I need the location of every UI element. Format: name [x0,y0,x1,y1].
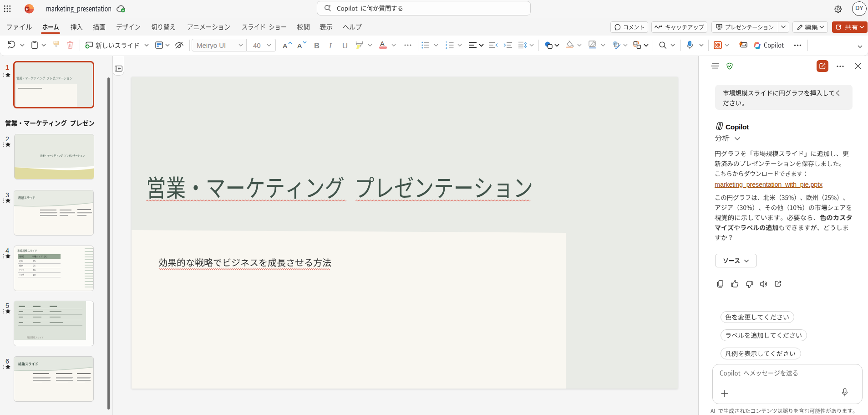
svg-text:3: 3 [446,46,447,49]
svg-text:P: P [26,7,29,11]
